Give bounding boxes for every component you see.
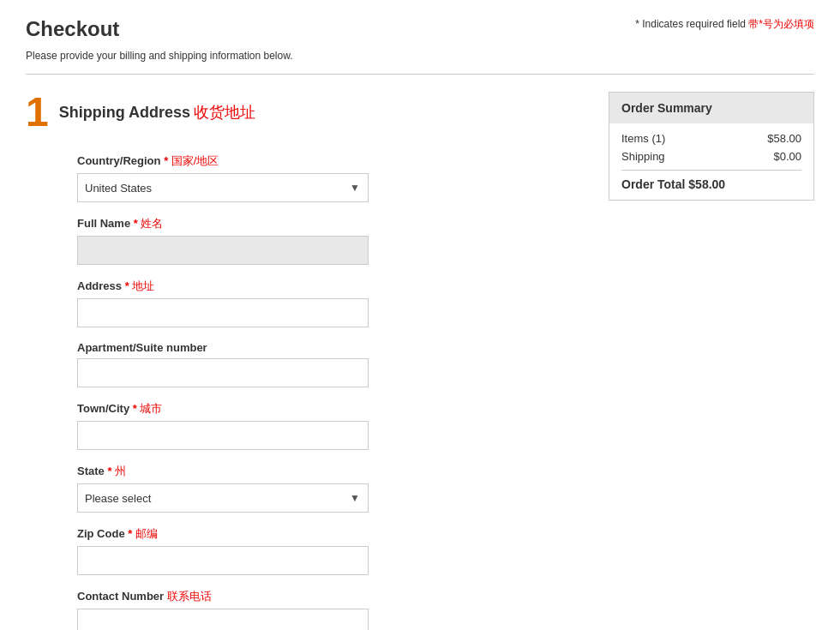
apt-label: Apartment/Suite number <box>77 341 591 354</box>
country-select-wrapper: United States ▼ <box>77 173 369 202</box>
total-label: Order Total $58.00 <box>621 177 725 191</box>
zip-input[interactable] <box>77 546 369 575</box>
contact-input[interactable] <box>77 609 369 630</box>
items-value: $58.00 <box>767 132 801 145</box>
shipping-value: $0.00 <box>773 150 801 163</box>
address-label: Address * 地址 <box>77 279 591 294</box>
summary-header: Order Summary <box>609 93 813 123</box>
fullname-group: Full Name * 姓名 <box>77 216 591 265</box>
summary-divider <box>621 170 801 171</box>
city-input[interactable] <box>77 421 369 450</box>
section-header: 1 Shipping Address 收货地址 <box>26 92 591 133</box>
address-input[interactable] <box>77 298 369 327</box>
state-label: State * 州 <box>77 464 591 479</box>
country-group: Country/Region * 国家/地区 United States ▼ <box>77 153 591 202</box>
shipping-form-section: 1 Shipping Address 收货地址 Country/Region *… <box>26 92 591 630</box>
zip-label: Zip Code * 邮编 <box>77 526 591 542</box>
state-group: State * 州 Please select ▼ <box>77 464 591 513</box>
country-label: Country/Region * 国家/地区 <box>77 153 591 169</box>
contact-group: Contact Number 联系电话 Why do we need your … <box>77 589 591 630</box>
shipping-row: Shipping $0.00 <box>621 150 801 163</box>
items-label: Items (1) <box>621 132 665 145</box>
step-number: 1 <box>26 92 49 133</box>
page-subtitle: Please provide your billing and shipping… <box>26 50 814 62</box>
section-title: Shipping Address 收货地址 <box>59 102 255 123</box>
summary-body: Items (1) $58.00 Shipping $0.00 Order To… <box>609 123 813 200</box>
country-select[interactable]: United States <box>77 173 369 202</box>
state-select[interactable]: Please select <box>77 483 369 513</box>
apt-group: Apartment/Suite number <box>77 341 591 387</box>
state-select-wrapper: Please select ▼ <box>77 483 369 513</box>
required-note: * Indicates required field 带*号为必填项 <box>635 17 814 32</box>
header-divider <box>26 74 814 75</box>
total-row: Order Total $58.00 <box>621 177 801 191</box>
fullname-input[interactable] <box>77 236 369 265</box>
city-label: Town/City * 城市 <box>77 401 591 417</box>
city-group: Town/City * 城市 <box>77 401 591 450</box>
order-summary-section: Order Summary Items (1) $58.00 Shipping … <box>609 92 814 630</box>
contact-label: Contact Number 联系电话 <box>77 589 591 604</box>
zip-group: Zip Code * 邮编 <box>77 526 591 575</box>
address-group: Address * 地址 <box>77 279 591 327</box>
shipping-label: Shipping <box>621 150 665 163</box>
fullname-label: Full Name * 姓名 <box>77 216 591 231</box>
summary-box: Order Summary Items (1) $58.00 Shipping … <box>609 92 814 201</box>
form-inner: Country/Region * 国家/地区 United States ▼ F <box>26 153 591 630</box>
items-row: Items (1) $58.00 <box>621 132 801 145</box>
apt-input[interactable] <box>77 358 369 387</box>
